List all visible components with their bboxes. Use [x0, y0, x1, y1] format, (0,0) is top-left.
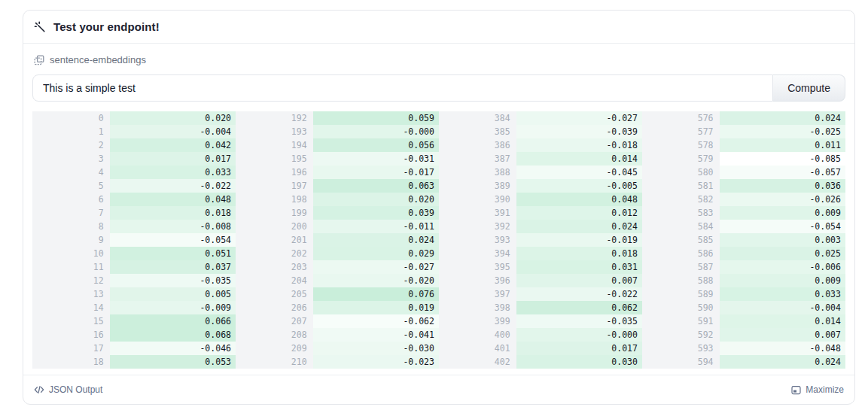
cell-value: -0.006	[720, 260, 845, 274]
cell-value: 0.018	[516, 247, 642, 260]
code-icon	[34, 385, 44, 394]
table-row: 160.068208-0.041400-0.0005920.007	[32, 328, 845, 342]
cell-value: 0.042	[110, 138, 236, 152]
table-row: 70.0181990.0393910.0125830.009	[32, 206, 845, 220]
cell-value: 0.033	[720, 287, 845, 301]
cell-value: 0.039	[313, 206, 439, 220]
cell-index: 207	[236, 314, 313, 328]
cell-index: 13	[32, 287, 110, 301]
cell-value: 0.024	[720, 111, 845, 125]
cell-index: 8	[32, 220, 110, 233]
cell-index: 581	[642, 179, 720, 193]
cell-index: 585	[642, 233, 720, 247]
json-output-toggle[interactable]: JSON Output	[34, 384, 102, 395]
cell-index: 576	[642, 111, 720, 125]
cell-value: -0.062	[313, 314, 439, 328]
cell-index: 14	[32, 301, 110, 314]
cell-value: 0.014	[516, 152, 642, 166]
table-row: 5-0.0221970.063389-0.0055810.036	[32, 179, 845, 193]
cell-value: -0.031	[313, 152, 439, 166]
table-row: 9-0.0542010.024393-0.0195850.003	[32, 233, 845, 247]
cell-value: 0.056	[313, 138, 439, 152]
cell-value: 0.048	[110, 193, 236, 206]
cell-value: -0.011	[313, 220, 439, 233]
cell-index: 582	[642, 193, 720, 206]
cell-index: 196	[236, 166, 313, 179]
cell-index: 205	[236, 287, 313, 301]
cell-index: 11	[32, 260, 110, 274]
cell-index: 3	[32, 152, 110, 166]
table-row: 150.066207-0.062399-0.0355910.014	[32, 314, 845, 328]
cell-value: 0.036	[720, 179, 845, 193]
cell-index: 9	[32, 233, 110, 247]
cell-value: -0.023	[313, 355, 439, 369]
cell-index: 199	[236, 206, 313, 220]
cell-index: 198	[236, 193, 313, 206]
cell-index: 389	[439, 179, 516, 193]
cell-index: 590	[642, 301, 720, 314]
cell-index: 401	[439, 342, 516, 355]
cell-index: 385	[439, 125, 516, 138]
test-text-input[interactable]	[32, 74, 773, 102]
cell-index: 586	[642, 247, 720, 260]
cell-index: 578	[642, 138, 720, 152]
cell-index: 0	[32, 111, 110, 125]
cell-index: 192	[236, 111, 313, 125]
cell-value: -0.027	[313, 260, 439, 274]
cell-value: 0.053	[110, 355, 236, 369]
cell-index: 204	[236, 274, 313, 287]
table-row: 110.037203-0.0273950.031587-0.006	[32, 260, 845, 274]
cell-value: -0.026	[720, 193, 845, 206]
cell-index: 5	[32, 179, 110, 193]
cell-value: -0.022	[516, 287, 642, 301]
cell-index: 399	[439, 314, 516, 328]
cell-index: 395	[439, 260, 516, 274]
maximize-icon	[791, 385, 801, 395]
table-row: 8-0.008200-0.0113920.024584-0.054	[32, 220, 845, 233]
table-row: 17-0.046209-0.0304010.017593-0.048	[32, 342, 845, 355]
cell-value: -0.009	[110, 301, 236, 314]
cell-value: -0.035	[516, 314, 642, 328]
cell-index: 209	[236, 342, 313, 355]
cell-value: -0.046	[110, 342, 236, 355]
cell-value: -0.017	[313, 166, 439, 179]
table-row: 180.053210-0.0234020.0305940.024	[32, 355, 845, 369]
input-group: Compute	[32, 74, 845, 102]
cell-value: -0.004	[110, 125, 236, 138]
table-row: 1-0.004193-0.000385-0.039577-0.025	[32, 125, 845, 138]
cell-index: 580	[642, 166, 720, 179]
cell-index: 390	[439, 193, 516, 206]
cell-index: 2	[32, 138, 110, 152]
cell-index: 392	[439, 220, 516, 233]
cell-value: -0.035	[110, 274, 236, 287]
cell-value: -0.020	[313, 274, 439, 287]
cell-value: 0.009	[720, 206, 845, 220]
cell-index: 201	[236, 233, 313, 247]
cell-index: 10	[32, 247, 110, 260]
cell-value: 0.076	[313, 287, 439, 301]
maximize-button[interactable]: Maximize	[791, 384, 844, 395]
embeddings-table[interactable]: 00.0201920.059384-0.0275760.0241-0.00419…	[32, 111, 845, 369]
card-header: Test your endpoint!	[23, 11, 854, 44]
cell-index: 6	[32, 193, 110, 206]
table-row: 12-0.035204-0.0203960.0075880.009	[32, 274, 845, 287]
cell-value: 0.014	[720, 314, 845, 328]
cell-index: 588	[642, 274, 720, 287]
cell-index: 391	[439, 206, 516, 220]
cell-value: 0.012	[516, 206, 642, 220]
task-copy-icon	[34, 55, 44, 65]
cell-value: -0.057	[720, 166, 845, 179]
endpoint-test-card: Test your endpoint! sentence-embeddings …	[23, 10, 855, 405]
cell-value: 0.005	[110, 287, 236, 301]
cell-value: -0.000	[313, 125, 439, 138]
cell-index: 397	[439, 287, 516, 301]
cell-value: 0.017	[110, 152, 236, 166]
cell-index: 202	[236, 247, 313, 260]
cell-value: -0.030	[313, 342, 439, 355]
card-title: Test your endpoint!	[53, 20, 160, 33]
compute-button[interactable]: Compute	[773, 74, 845, 102]
card-footer: JSON Output Maximize	[23, 375, 854, 404]
table-row: 20.0421940.056386-0.0185780.011	[32, 138, 845, 152]
cell-index: 402	[439, 355, 516, 369]
cell-index: 18	[32, 355, 110, 369]
